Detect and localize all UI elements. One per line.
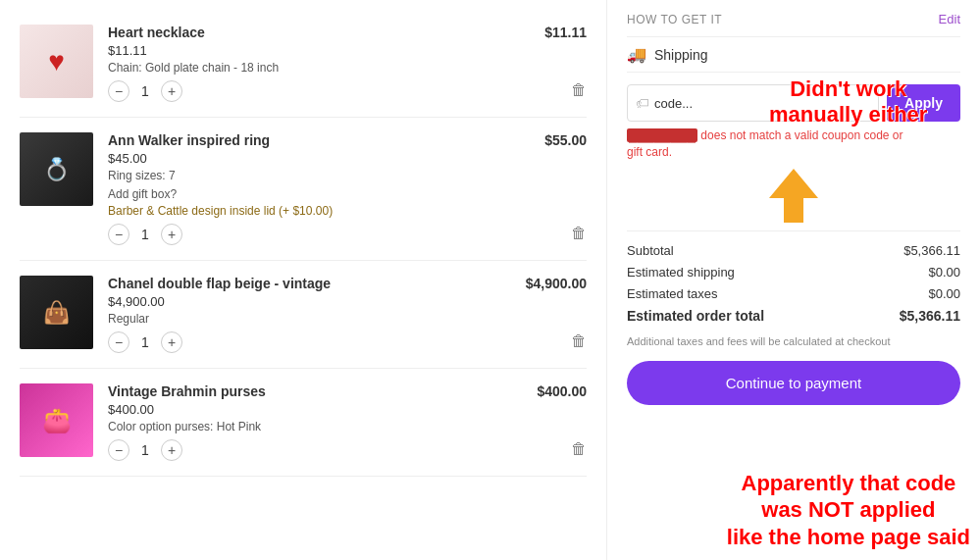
- item-4-line-price: $400.00: [537, 383, 587, 399]
- item-1-base-price: $11.11: [108, 43, 525, 58]
- item-2-qty-increase[interactable]: +: [161, 224, 182, 245]
- coupon-section: 🏷 Apply ████████ does not match a valid …: [627, 84, 960, 161]
- est-shipping-value: $0.00: [928, 265, 960, 280]
- error-text-line2: gift card.: [627, 145, 672, 159]
- item-1-details: Heart necklace $11.11 Chain: Gold plate …: [108, 25, 525, 102]
- est-taxes-value: $0.00: [928, 286, 960, 301]
- item-3-variant: Regular: [108, 312, 506, 326]
- item-3-qty-increase[interactable]: +: [161, 331, 182, 353]
- heart-icon: ♥: [48, 46, 65, 77]
- est-taxes-label: Estimated taxes: [627, 286, 718, 301]
- purse-icon: 👛: [42, 407, 72, 434]
- cart-item-2: 💍 Ann Walker inspired ring $45.00 Ring s…: [20, 118, 587, 261]
- ring-icon: 💍: [43, 157, 70, 182]
- annotation-bottom: Apparently that code was NOT applied lik…: [727, 470, 970, 551]
- order-total-value: $5,366.11: [900, 308, 960, 324]
- item-3-details: Chanel double flap beige - vintage $4,90…: [108, 276, 506, 353]
- order-summary-section: Subtotal $5,366.11 Estimated shipping $0…: [627, 230, 960, 324]
- cart-item-1: ♥ Heart necklace $11.11 Chain: Gold plat…: [20, 10, 587, 118]
- item-1-variant: Chain: Gold plate chain - 18 inch: [108, 61, 525, 75]
- arrow-annotation: [627, 169, 960, 223]
- shipping-truck-icon: 🚚: [627, 45, 646, 64]
- coupon-row: 🏷 Apply: [627, 84, 960, 122]
- item-2-qty-decrease[interactable]: −: [108, 224, 129, 245]
- shipping-method-row: 🚚 Shipping: [627, 36, 960, 73]
- item-3-qty-value: 1: [137, 334, 153, 350]
- cart-items-panel: ♥ Heart necklace $11.11 Chain: Gold plat…: [0, 0, 607, 560]
- item-1-qty-increase[interactable]: +: [161, 80, 182, 102]
- item-2-addon: Add gift box?: [108, 187, 525, 201]
- item-3-delete-button[interactable]: 🗑: [571, 332, 587, 350]
- summary-note: Additional taxes and fees will be calcul…: [627, 335, 960, 347]
- continue-to-payment-button[interactable]: Continue to payment: [627, 361, 960, 405]
- order-summary-panel: HOW TO GET IT Edit 🚚 Shipping Didn't wor…: [607, 0, 980, 560]
- est-taxes-row: Estimated taxes $0.00: [627, 286, 960, 301]
- item-4-qty-decrease[interactable]: −: [108, 439, 129, 461]
- item-2-image: 💍: [20, 132, 93, 206]
- coupon-input[interactable]: [654, 96, 870, 111]
- item-4-image: 👛: [20, 383, 93, 457]
- coupon-tag-icon: 🏷: [636, 95, 649, 111]
- item-3-image: 👜: [20, 276, 93, 349]
- bag-icon: 👜: [43, 300, 70, 326]
- item-1-name: Heart necklace: [108, 25, 525, 40]
- item-3-name: Chanel double flap beige - vintage: [108, 276, 506, 291]
- item-1-image: ♥: [20, 25, 93, 98]
- item-2-delete-button[interactable]: 🗑: [571, 225, 587, 242]
- subtotal-label: Subtotal: [627, 243, 674, 258]
- item-2-variant: Ring sizes: 7: [108, 169, 525, 182]
- item-4-details: Vintage Brahmin purses $400.00 Color opt…: [108, 383, 517, 461]
- item-1-delete-button[interactable]: 🗑: [571, 81, 587, 99]
- svg-marker-0: [769, 169, 818, 223]
- item-2-qty-value: 1: [137, 227, 153, 242]
- coupon-error-message: ████████ does not match a valid coupon c…: [627, 127, 960, 161]
- item-1-line-price: $11.11: [544, 25, 587, 40]
- item-2-base-price: $45.00: [108, 151, 525, 166]
- item-2-line-price: $55.00: [544, 132, 587, 148]
- shipping-method-label: Shipping: [654, 47, 708, 63]
- how-to-get-it-label: HOW TO GET IT: [627, 13, 722, 26]
- item-3-line-price: $4,900.00: [526, 276, 587, 291]
- order-total-row: Estimated order total $5,366.11: [627, 308, 960, 324]
- item-1-qty-decrease[interactable]: −: [108, 80, 129, 102]
- coupon-input-wrapper: 🏷: [627, 84, 879, 122]
- item-4-qty-increase[interactable]: +: [161, 439, 182, 461]
- up-arrow-svg: [764, 169, 823, 223]
- est-shipping-label: Estimated shipping: [627, 265, 735, 280]
- item-2-qty-control: − 1 +: [108, 224, 525, 245]
- item-4-variant: Color option purses: Hot Pink: [108, 420, 517, 433]
- item-3-qty-decrease[interactable]: −: [108, 331, 129, 353]
- edit-link[interactable]: Edit: [939, 12, 960, 26]
- item-4-qty-value: 1: [137, 442, 153, 458]
- item-4-delete-button[interactable]: 🗑: [571, 440, 587, 458]
- item-4-name: Vintage Brahmin purses: [108, 383, 517, 399]
- cart-item-4: 👛 Vintage Brahmin purses $400.00 Color o…: [20, 369, 587, 477]
- order-total-label: Estimated order total: [627, 308, 764, 324]
- how-to-get-it-header: HOW TO GET IT Edit: [627, 12, 960, 26]
- item-3-base-price: $4,900.00: [108, 294, 506, 309]
- item-3-qty-control: − 1 +: [108, 331, 506, 353]
- item-2-addon-detail: Barber & Cattle design inside lid (+ $10…: [108, 204, 525, 218]
- item-4-qty-control: − 1 +: [108, 439, 517, 461]
- item-4-base-price: $400.00: [108, 402, 517, 417]
- item-2-name: Ann Walker inspired ring: [108, 132, 525, 148]
- cart-item-3: 👜 Chanel double flap beige - vintage $4,…: [20, 261, 587, 369]
- item-1-qty-value: 1: [137, 83, 153, 99]
- item-1-qty-control: − 1 +: [108, 80, 525, 102]
- item-2-details: Ann Walker inspired ring $45.00 Ring siz…: [108, 132, 525, 245]
- subtotal-row: Subtotal $5,366.11: [627, 243, 960, 258]
- subtotal-value: $5,366.11: [903, 243, 960, 258]
- error-text-line1: does not match a valid coupon code or: [700, 128, 903, 142]
- est-shipping-row: Estimated shipping $0.00: [627, 265, 960, 280]
- apply-button[interactable]: Apply: [887, 84, 960, 122]
